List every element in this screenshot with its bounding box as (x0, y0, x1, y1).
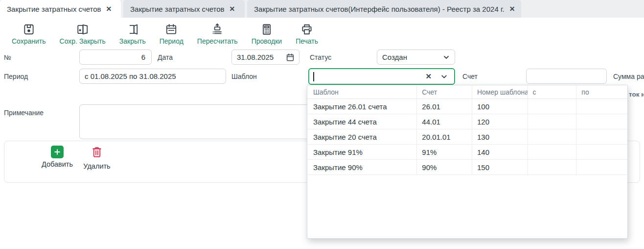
save-close-button-label: Сохр. Закрыть (60, 37, 106, 45)
add-button-label: Добавить (42, 160, 73, 168)
cell-number: 100 (472, 99, 528, 114)
dropdown-header-row: Шаблон Счет Номер шаблона с по (307, 85, 627, 99)
print-button-label: Печать (296, 37, 318, 45)
cell-account: 44.01 (417, 114, 472, 129)
note-textarea[interactable] (79, 104, 312, 139)
cell-account: 20.01.01 (417, 129, 472, 144)
main-toolbar: Сохранить Сохр. Закрыть Закрыть Период (0, 18, 644, 48)
printer-icon (300, 23, 313, 36)
tab-document-2[interactable]: Закрытие затратных счетов ✕ (123, 0, 245, 18)
entries-button-label: Проводки (252, 37, 282, 45)
column-header-number: Номер шаблона (472, 85, 528, 99)
date-input[interactable]: 31.08.2025 (231, 50, 299, 65)
save-close-icon (76, 23, 89, 36)
clear-icon[interactable]: ✕ (425, 72, 432, 81)
tab-registry-2024[interactable]: Закрытие затратных счетов(Интерфейс поль… (247, 0, 521, 18)
dropdown-row[interactable]: Закрытие 26.01 счета 26.01 100 (307, 99, 627, 114)
cell-to (576, 160, 627, 174)
delete-row-button[interactable]: Удалить (82, 146, 112, 170)
close-icon[interactable]: ✕ (106, 5, 112, 12)
delete-button-label: Удалить (83, 162, 110, 170)
close-icon[interactable]: ✕ (509, 5, 515, 12)
close-document-button[interactable]: Закрыть (119, 23, 146, 45)
date-label: Дата (158, 53, 173, 61)
trash-icon (91, 146, 103, 160)
tab-bar: Закрытие затратных счетов ✕ Закрытие зат… (0, 0, 644, 18)
note-label: Примечание (4, 109, 44, 117)
date-value: 31.08.2025 (232, 53, 286, 61)
template-label: Шаблон (231, 73, 257, 80)
cell-number: 140 (472, 145, 528, 159)
column-header-account: Счет (417, 85, 472, 99)
recalculate-button[interactable]: Пересчитать (197, 23, 238, 45)
chevron-down-icon (442, 53, 450, 61)
plus-icon (51, 146, 64, 158)
status-value: Создан (377, 53, 442, 61)
period-input[interactable] (79, 69, 226, 84)
period-label: Период (4, 73, 28, 80)
recalculate-button-label: Пересчитать (197, 37, 238, 45)
cell-to (576, 129, 627, 144)
account-label: Счет (462, 73, 478, 80)
calculator-icon (260, 23, 273, 36)
period-button[interactable]: Период (160, 23, 184, 45)
close-button-label: Закрыть (119, 37, 146, 45)
account-input[interactable] (526, 69, 607, 84)
cell-to (576, 99, 627, 114)
cell-to (576, 114, 627, 129)
dropdown-row[interactable]: Закрытие 90% 90% 150 (307, 160, 627, 175)
template-dropdown-popup: Шаблон Счет Номер шаблона с по Закрытие … (307, 85, 628, 239)
cell-from (528, 114, 577, 129)
cell-template: Закрытие 20 счета (307, 129, 417, 144)
recalculate-icon (211, 23, 224, 36)
entries-button[interactable]: Проводки (252, 23, 282, 45)
cell-template: Закрытие 44 счета (307, 114, 417, 129)
cell-number: 130 (472, 129, 528, 144)
save-button[interactable]: Сохранить (12, 23, 46, 45)
cell-from (528, 99, 577, 114)
calendar-icon[interactable] (286, 53, 295, 62)
cell-template: Закрытие 91% (307, 145, 417, 159)
save-button-label: Сохранить (12, 37, 46, 45)
dropdown-row[interactable]: Закрытие 20 счета 20.01.01 130 (307, 129, 627, 145)
save-icon (23, 23, 35, 36)
cell-number: 150 (472, 160, 528, 174)
column-header-from: с (528, 85, 577, 99)
cell-account: 26.01 (417, 99, 472, 114)
template-combobox[interactable]: ✕ (308, 68, 455, 85)
cell-template: Закрытие 26.01 счета (307, 99, 417, 114)
column-header-to: по (576, 85, 627, 99)
status-label: Статус (310, 53, 331, 61)
tab-title: Закрытие затратных счетов (130, 5, 225, 13)
column-header-template: Шаблон (307, 85, 417, 99)
tab-document-1[interactable]: Закрытие затратных счетов ✕ (0, 0, 121, 18)
cell-template: Закрытие 90% (307, 160, 417, 174)
add-row-button[interactable]: Добавить (40, 146, 75, 168)
calendar-icon (165, 23, 178, 36)
cell-to (576, 145, 627, 159)
cell-from (528, 160, 577, 174)
cell-number: 120 (472, 114, 528, 129)
sum-label-partial: Сумма рас (613, 73, 644, 80)
chevron-down-icon[interactable] (440, 73, 448, 81)
status-select[interactable]: Создан (377, 50, 455, 65)
dropdown-row[interactable]: Закрытие 91% 91% 140 (307, 145, 627, 160)
cell-from (528, 145, 577, 159)
number-input[interactable] (79, 50, 152, 65)
dropdown-row[interactable]: Закрытие 44 счета 44.01 120 (307, 114, 627, 129)
cell-from (528, 129, 577, 144)
cell-account: 90% (417, 160, 472, 174)
close-icon[interactable]: ✕ (230, 5, 235, 12)
number-label: № (4, 53, 11, 61)
save-close-button[interactable]: Сохр. Закрыть (60, 23, 106, 45)
text-caret (313, 72, 314, 81)
door-close-icon (126, 23, 139, 36)
clipped-column-text: ток н (629, 91, 644, 98)
tab-title: Закрытие затратных счетов (7, 5, 101, 13)
cell-account: 91% (417, 145, 472, 159)
period-button-label: Период (160, 37, 184, 45)
tab-title: Закрытие затратных счетов(Интерфейс поль… (254, 5, 505, 13)
print-button[interactable]: Печать (296, 23, 318, 45)
